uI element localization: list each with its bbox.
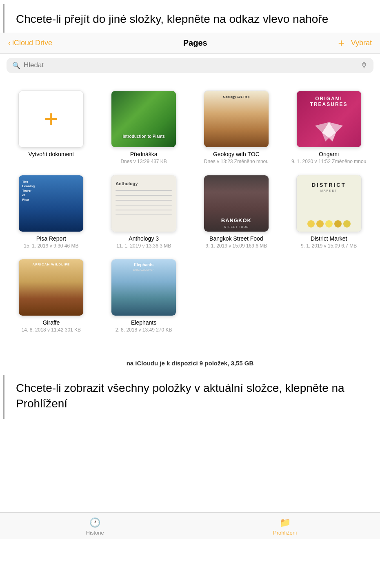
origami-crane-icon	[315, 119, 343, 143]
doc-thumb-elephants: ☁ElephantsERICA ZOMPER	[111, 259, 176, 316]
fruit-circle	[343, 220, 351, 228]
create-plus-icon: +	[44, 107, 58, 131]
doc-item-geology[interactable]: Geology 101 RepGeology with TOCDnes v 13…	[193, 91, 280, 165]
icloud-status-text: na iCloudu je k dispozici 9 položek, 3,5…	[127, 360, 254, 367]
doc-thumb-district: DISTRICTMARKET	[296, 175, 362, 232]
mic-icon[interactable]: 🎙	[360, 61, 368, 70]
back-button[interactable]: ‹ iCloud Drive	[8, 39, 52, 47]
tab-browse-label: Prohlížení	[273, 530, 297, 536]
doc-thumb-anthology3: ☁Anthology	[111, 175, 176, 232]
doc-item-elephants[interactable]: ☁ElephantsERICA ZOMPERElephants2. 8. 201…	[101, 259, 187, 334]
nav-actions: + Vybrat	[338, 37, 372, 49]
doc-meta-giraffe: 14. 8. 2018 v 11:42 301 KB	[22, 327, 81, 334]
fruit-circle	[316, 220, 324, 228]
doc-name-origami: Origami	[319, 151, 339, 157]
tab-history-label: Historie	[86, 530, 104, 536]
bangkok-title: BANGKOK	[204, 217, 269, 223]
doc-thumb-giraffe: African Wildlife	[18, 259, 84, 316]
doc-item-bangkok[interactable]: ☁BANGKOKSTREET FOODBangkok Street Food9.…	[193, 175, 280, 250]
tooltip-bottom: Chcete-li zobrazit všechny položky v akt…	[3, 375, 380, 419]
clock-icon: 🕐	[89, 517, 100, 528]
add-button[interactable]: +	[338, 37, 344, 49]
origami-cover: ORIGAMI TREASURES	[297, 91, 361, 147]
elephants-cover-title: Elephants	[111, 263, 176, 267]
doc-item-anthology3[interactable]: ☁AnthologyAnthology 311. 1. 2019 v 13:36…	[101, 175, 187, 250]
folder-icon: 📁	[280, 517, 291, 528]
back-label: iCloud Drive	[12, 39, 52, 47]
document-grid: +Vytvořit dokumentIntroduction to Plants…	[0, 81, 380, 343]
icloud-status: na iCloudu je k dispozici 9 položek, 3,5…	[0, 351, 380, 375]
doc-item-origami[interactable]: ORIGAMI TREASURES Origami9. 1. 2020 v 11…	[286, 91, 372, 165]
anthology-line	[116, 214, 172, 215]
nav-bar: ‹ iCloud Drive Pages + Vybrat	[0, 33, 380, 54]
doc-name-district: District Market	[311, 235, 347, 242]
search-input[interactable]	[24, 61, 357, 69]
anthology-line	[116, 195, 172, 196]
fruit-circle	[307, 220, 315, 228]
doc-thumb-origami: ORIGAMI TREASURES	[296, 91, 362, 148]
doc-item-pisa[interactable]: ☁TheLeaningTowerofPisaPisa Report15. 1. …	[8, 175, 94, 250]
district-fruits	[307, 220, 351, 228]
doc-item-district[interactable]: DISTRICTMARKETDistrict Market9. 1. 2019 …	[286, 175, 372, 250]
tooltip-top: Chcete-li přejít do jiné složky, klepnět…	[3, 4, 380, 33]
search-bar: 🔍 🎙	[7, 58, 373, 73]
doc-meta-bangkok: 9. 1. 2019 v 15:09 169,6 MB	[205, 243, 267, 250]
intro-plants-title: Introduction to Plants	[111, 134, 176, 139]
doc-name-bangkok: Bangkok Street Food	[209, 235, 263, 242]
elephants-author: ERICA ZOMPER	[111, 268, 176, 271]
doc-meta-anthology3: 11. 1. 2019 v 13:36 3 MB	[116, 243, 171, 250]
elephants-cover: ElephantsERICA ZOMPER	[111, 259, 176, 316]
district-title: DISTRICT	[297, 182, 361, 188]
tab-bar: 🕐 Historie 📁 Prohlížení	[0, 512, 380, 539]
origami-title: ORIGAMI TREASURES	[297, 96, 361, 108]
district-cover: DISTRICTMARKET	[297, 175, 361, 232]
doc-thumb-prednaska: Introduction to Plants	[111, 91, 176, 148]
doc-meta-district: 9. 1. 2019 v 15:09 6,7 MB	[301, 243, 357, 250]
doc-name-geology: Geology with TOC	[213, 151, 260, 157]
doc-meta-prednaska: Dnes v 13:29 437 KB	[120, 158, 167, 165]
anthology-title: Anthology	[116, 181, 138, 186]
doc-name-create-new: Vytvořit dokument	[29, 151, 74, 157]
doc-name-anthology3: Anthology 3	[129, 235, 159, 242]
doc-thumb-bangkok: ☁BANGKOKSTREET FOOD	[204, 175, 269, 232]
pisa-cover: TheLeaningTowerofPisa	[19, 175, 83, 232]
select-button[interactable]: Vybrat	[351, 39, 372, 47]
geology-title: Geology 101 Rep	[204, 95, 269, 99]
geology-cover: Geology 101 Rep	[204, 91, 269, 147]
doc-thumb-pisa: ☁TheLeaningTowerofPisa	[18, 175, 84, 232]
page-title: Pages	[183, 38, 207, 48]
intro-plants-cover: Introduction to Plants	[111, 91, 176, 147]
tab-browse[interactable]: 📁 Prohlížení	[190, 517, 380, 536]
doc-item-create-new[interactable]: +Vytvořit dokument	[8, 91, 94, 165]
giraffe-cover: African Wildlife	[19, 259, 83, 316]
tab-history[interactable]: 🕐 Historie	[0, 517, 190, 536]
search-icon: 🔍	[12, 62, 20, 69]
bangkok-cover: BANGKOKSTREET FOOD	[204, 175, 269, 232]
doc-item-giraffe[interactable]: African WildlifeGiraffe14. 8. 2018 v 11:…	[8, 259, 94, 334]
doc-thumb-geology: Geology 101 Rep	[204, 91, 269, 148]
tooltip-bottom-text: Chcete-li zobrazit všechny položky v akt…	[16, 382, 344, 410]
anthology-line	[116, 205, 172, 206]
doc-name-giraffe: Giraffe	[42, 319, 60, 326]
pisa-title: TheLeaningTowerofPisa	[22, 179, 35, 202]
doc-name-prednaska: Přednáška	[130, 151, 158, 157]
doc-item-prednaska[interactable]: Introduction to PlantsPřednáškaDnes v 13…	[101, 91, 187, 165]
bangkok-subtitle: STREET FOOD	[204, 225, 269, 228]
doc-name-elephants: Elephants	[131, 319, 156, 326]
fruit-circle	[325, 220, 333, 228]
tooltip-top-text: Chcete-li přejít do jiné složky, klepnět…	[16, 13, 328, 25]
anthology-cover: Anthology	[111, 175, 176, 232]
doc-meta-pisa: 15. 1. 2019 v 9:30 46 MB	[24, 243, 78, 250]
doc-meta-geology: Dnes v 13:23 Změněno mnou	[204, 158, 269, 165]
page-wrapper: Chcete-li přejít do jiné složky, klepnět…	[0, 0, 380, 588]
doc-name-pisa: Pisa Report	[36, 235, 66, 242]
giraffe-cover-title: African Wildlife	[19, 263, 83, 266]
anthology-line	[116, 210, 172, 210]
doc-meta-origami: 9. 1. 2020 v 11:52 Změněno mnou	[291, 158, 366, 165]
divider	[0, 79, 380, 79]
anthology-line	[116, 190, 172, 191]
doc-thumb-create-new: +	[18, 91, 84, 148]
doc-meta-elephants: 2. 8. 2018 v 13:49 270 KB	[116, 327, 172, 334]
anthology-line	[116, 200, 172, 201]
district-subtitle: MARKET	[297, 189, 361, 192]
